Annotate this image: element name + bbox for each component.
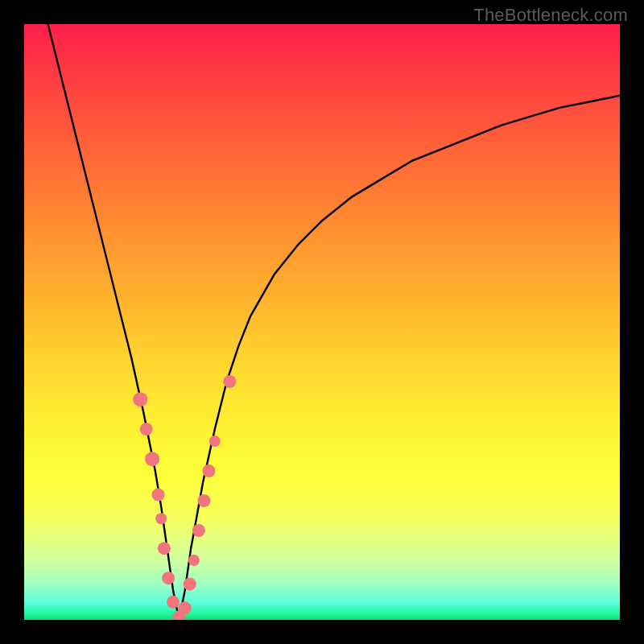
sample-point	[223, 375, 236, 388]
sample-point	[209, 436, 221, 447]
sample-point	[188, 555, 200, 566]
sample-point	[179, 601, 192, 614]
plot-area	[24, 24, 620, 620]
sample-point	[155, 513, 167, 524]
sample-point	[198, 494, 211, 507]
sample-point	[184, 578, 196, 591]
sample-point	[145, 452, 159, 466]
sample-point	[152, 489, 165, 502]
sample-point	[133, 392, 147, 407]
sample-point	[192, 524, 205, 537]
curve-svg	[24, 24, 620, 620]
sample-point	[140, 423, 153, 436]
chart-frame: TheBottleneck.com	[0, 0, 644, 644]
bottleneck-curve	[48, 24, 620, 620]
watermark-text: TheBottleneck.com	[473, 5, 628, 26]
sample-points	[133, 375, 236, 620]
sample-point	[202, 464, 215, 477]
sample-point	[162, 572, 175, 584]
sample-point	[158, 542, 171, 555]
sample-point	[167, 596, 180, 609]
